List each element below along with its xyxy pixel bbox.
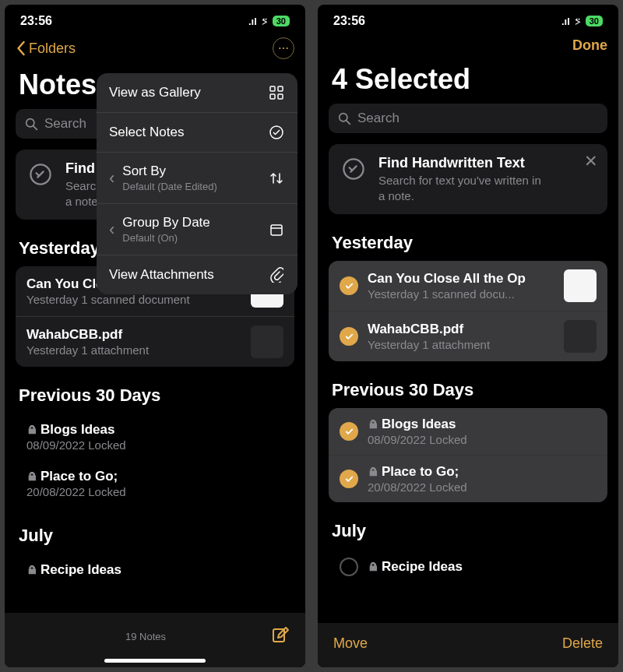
- menu-view-attachments[interactable]: View Attachments: [97, 255, 297, 294]
- nav-bar: Folders ⋯: [5, 31, 305, 65]
- link-icon: ⍩: [575, 16, 581, 27]
- lock-icon: 🔒︎: [368, 561, 378, 573]
- page-title: 4 Selected: [318, 60, 618, 104]
- note-item[interactable]: 🔒︎Blogs Ideas 08/09/2022 Locked: [16, 413, 294, 460]
- notes-prev30: 🔒︎Blogs Ideas 08/09/2022 Locked 🔒︎Place …: [16, 413, 294, 507]
- menu-sort-by[interactable]: ‹ Sort By Default (Date Edited): [97, 153, 297, 204]
- section-prev30: Previous 30 Days: [5, 381, 305, 413]
- status-icons: .ıl ⍩ 30: [561, 16, 603, 27]
- sort-icon: [268, 170, 285, 187]
- note-item[interactable]: WahabCBB.pdf Yesterday 1 attachment: [329, 311, 607, 361]
- back-label: Folders: [29, 40, 76, 57]
- battery-icon: 30: [273, 16, 290, 26]
- move-button[interactable]: Move: [333, 635, 368, 652]
- checkmark-circle-icon: [268, 124, 285, 141]
- notes-july: 🔒︎Recipe Ideas: [16, 554, 294, 586]
- checkbox-checked[interactable]: [340, 327, 358, 346]
- search-input[interactable]: Search: [329, 104, 607, 133]
- notes-july: 🔒︎Recipe Ideas: [329, 549, 607, 585]
- checkbox-checked[interactable]: [340, 422, 358, 441]
- calendar-icon: [268, 221, 285, 238]
- lock-icon: 🔒︎: [26, 564, 37, 576]
- note-item[interactable]: WahabCBB.pdf Yesterday 1 attachment: [16, 317, 294, 367]
- options-menu: View as Gallery Select Notes ‹ Sort By D…: [97, 73, 297, 294]
- svg-point-11: [340, 113, 347, 121]
- back-button[interactable]: Folders: [16, 40, 76, 57]
- link-icon: ⍩: [262, 16, 268, 27]
- delete-button[interactable]: Delete: [562, 635, 603, 652]
- screen-select-mode: 23:56 .ıl ⍩ 30 Done 4 Selected Search Fi…: [318, 5, 618, 667]
- notes-yesterday: Can You Close All the Op Yesterday 1 sca…: [329, 261, 607, 361]
- screen-notes-menu: 23:56 .ıl ⍩ 30 Folders ⋯ Notes Search Fi…: [5, 5, 305, 667]
- home-indicator[interactable]: [104, 659, 206, 663]
- chevron-left-icon: ‹: [109, 168, 114, 188]
- lock-icon: 🔒︎: [368, 418, 378, 431]
- lock-icon: 🔒︎: [26, 470, 37, 483]
- handwriting-icon: [340, 155, 368, 183]
- svg-rect-8: [271, 225, 282, 235]
- status-icons: .ıl ⍩ 30: [248, 16, 290, 27]
- note-thumbnail: [564, 269, 597, 302]
- done-button[interactable]: Done: [572, 37, 607, 54]
- lock-icon: 🔒︎: [368, 466, 378, 478]
- svg-rect-5: [270, 94, 275, 99]
- svg-rect-4: [278, 86, 283, 91]
- chevron-left-icon: ‹: [109, 220, 114, 240]
- svg-point-0: [26, 118, 34, 126]
- note-item[interactable]: 🔒︎Recipe Ideas: [329, 549, 607, 585]
- note-item[interactable]: Can You Close All the Op Yesterday 1 sca…: [329, 261, 607, 311]
- compose-button[interactable]: [271, 625, 290, 647]
- menu-view-gallery[interactable]: View as Gallery: [97, 73, 297, 113]
- search-placeholder: Search: [44, 116, 86, 132]
- section-yesterday: Yesterday: [318, 228, 618, 261]
- menu-select-notes[interactable]: Select Notes: [97, 113, 297, 153]
- status-bar: 23:56 .ıl ⍩ 30: [318, 5, 618, 31]
- handwriting-icon: [26, 160, 55, 188]
- note-thumbnail: [251, 325, 283, 358]
- status-bar: 23:56 .ıl ⍩ 30: [5, 5, 305, 31]
- checkbox-empty[interactable]: [340, 558, 358, 576]
- search-placeholder: Search: [357, 111, 399, 126]
- section-prev30: Previous 30 Days: [318, 375, 618, 408]
- svg-rect-3: [270, 86, 275, 91]
- note-item[interactable]: 🔒︎Blogs Ideas 08/09/2022 Locked: [329, 408, 607, 456]
- checkbox-checked[interactable]: [340, 470, 358, 488]
- signal-icon: .ıl: [248, 16, 257, 27]
- checkbox-checked[interactable]: [340, 276, 358, 295]
- grid-icon: [268, 84, 285, 101]
- bottom-toolbar: Move Delete: [318, 623, 618, 667]
- note-item[interactable]: 🔒︎Place to Go; 20/08/2022 Locked: [16, 460, 294, 507]
- note-item[interactable]: 🔒︎Recipe Ideas: [16, 554, 294, 586]
- handwritten-info-card[interactable]: Find Handwritten Text Search for text yo…: [329, 144, 607, 214]
- note-thumbnail: [564, 320, 597, 353]
- more-button[interactable]: ⋯: [273, 37, 294, 59]
- status-time: 23:56: [333, 14, 365, 28]
- signal-icon: .ıl: [561, 16, 570, 27]
- section-july: July: [318, 516, 618, 549]
- svg-line-12: [347, 121, 350, 124]
- nav-bar: Done: [318, 31, 618, 60]
- notes-prev30: 🔒︎Blogs Ideas 08/09/2022 Locked 🔒︎Place …: [329, 408, 607, 502]
- info-sub: Search for text you've written ina note.: [378, 173, 597, 203]
- paperclip-icon: [268, 266, 285, 283]
- status-time: 23:56: [20, 14, 52, 28]
- notes-count: 19 Notes: [125, 631, 166, 642]
- lock-icon: 🔒︎: [26, 424, 37, 436]
- svg-line-1: [33, 126, 37, 129]
- close-icon[interactable]: ✕: [584, 152, 598, 171]
- section-july: July: [5, 521, 305, 554]
- note-item[interactable]: 🔒︎Place to Go; 20/08/2022 Locked: [329, 456, 607, 502]
- svg-rect-6: [278, 94, 283, 99]
- battery-icon: 30: [586, 16, 603, 26]
- menu-group-by[interactable]: ‹ Group By Date Default (On): [97, 204, 297, 255]
- info-title: Find Handwritten Text: [378, 155, 597, 171]
